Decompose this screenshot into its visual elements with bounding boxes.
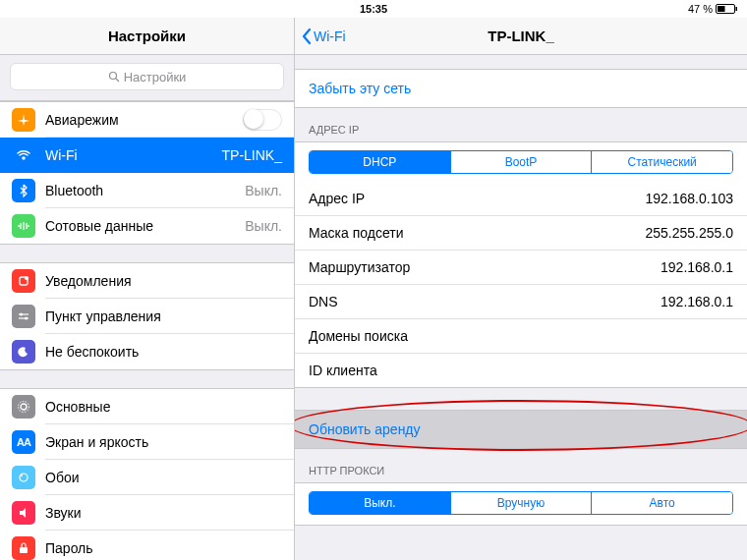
sidebar-item-wifi[interactable]: Wi-Fi TP-LINK_ [0, 138, 294, 173]
sound-icon [12, 501, 35, 525]
sidebar-item-label: Пункт управления [45, 308, 161, 324]
sidebar-group-general: Основные AA Экран и яркость [0, 388, 294, 560]
sidebar-item-label: Экран и яркость [45, 434, 148, 450]
svg-point-3 [109, 73, 116, 80]
svg-point-14 [21, 475, 23, 476]
field-client-id[interactable]: ID клиента [295, 354, 747, 387]
svg-point-13 [20, 474, 28, 481]
ip-config-segmented: DHCP BootP Статический [309, 150, 733, 174]
renew-lease-button[interactable]: Обновить аренду [295, 410, 747, 449]
forget-network-button[interactable]: Забыть эту сеть [295, 69, 747, 108]
sidebar-item-general[interactable]: Основные [0, 389, 294, 424]
field-ip-address[interactable]: Адрес IP 192.168.0.103 [295, 182, 747, 216]
field-dns[interactable]: DNS 192.168.0.1 [295, 285, 747, 319]
sidebar-title: Настройки [108, 28, 186, 44]
seg-proxy-auto[interactable]: Авто [592, 492, 732, 514]
field-subnet-mask[interactable]: Маска подсети 255.255.255.0 [295, 216, 747, 251]
sidebar-item-label: Wi-Fi [45, 147, 78, 163]
sidebar-scroll[interactable]: Авиарежим Wi-Fi TP-LINK_ [0, 101, 294, 560]
sidebar-item-passcode[interactable]: Пароль [0, 531, 294, 560]
proxy-segmented: Выкл. Вручную Авто [309, 491, 733, 515]
sidebar-item-airplane[interactable]: Авиарежим [0, 102, 294, 138]
battery-icon [716, 4, 737, 14]
sidebar-item-dnd[interactable]: Не беспокоить [0, 334, 294, 369]
detail-scroll[interactable]: Забыть эту сеть АДРЕС IP DHCP BootP Стат… [295, 55, 747, 560]
seg-proxy-off[interactable]: Выкл. [310, 492, 451, 514]
display-icon: AA [12, 430, 35, 454]
search-icon [108, 71, 120, 83]
svg-rect-1 [736, 7, 738, 11]
control-center-icon [12, 305, 35, 328]
search-container: Настройки [0, 55, 294, 101]
seg-dhcp[interactable]: DHCP [310, 151, 451, 173]
status-bar: 15:35 47 % [0, 0, 747, 18]
sidebar-item-value: Выкл. [245, 183, 282, 198]
seg-bootp[interactable]: BootP [451, 151, 593, 173]
gear-icon [12, 395, 35, 419]
sidebar-group-connectivity: Авиарежим Wi-Fi TP-LINK_ [0, 101, 294, 245]
ip-fields-group: Адрес IP 192.168.0.103 Маска подсети 255… [295, 182, 747, 388]
chevron-left-icon [301, 28, 312, 45]
sidebar-item-wallpaper[interactable]: Обои [0, 460, 294, 495]
svg-rect-2 [718, 6, 725, 12]
sidebar-item-label: Основные [45, 399, 110, 415]
svg-point-11 [21, 404, 27, 410]
bluetooth-icon [12, 179, 35, 202]
sidebar-navbar: Настройки [0, 18, 294, 55]
dnd-icon [12, 340, 35, 364]
proxy-segmented-container: Выкл. Вручную Авто [295, 482, 747, 526]
sidebar-item-label: Сотовые данные [45, 218, 153, 234]
passcode-icon [12, 536, 35, 560]
wifi-icon [12, 143, 35, 167]
sidebar-item-label: Пароль [45, 540, 93, 556]
seg-static[interactable]: Статический [592, 151, 732, 173]
sidebar-item-label: Обои [45, 470, 80, 485]
sidebar-item-value: TP-LINK_ [222, 147, 282, 163]
sidebar-item-notifications[interactable]: Уведомления [0, 263, 294, 299]
sidebar-item-controlcenter[interactable]: Пункт управления [0, 299, 294, 334]
ip-segmented-container: DHCP BootP Статический [295, 141, 747, 182]
section-header-ip: АДРЕС IP [295, 108, 747, 141]
section-header-proxy: HTTP ПРОКСИ [295, 449, 747, 482]
seg-proxy-manual[interactable]: Вручную [451, 492, 593, 514]
svg-rect-15 [20, 547, 28, 553]
sidebar-item-cellular[interactable]: Сотовые данные Выкл. [0, 208, 294, 244]
airplane-switch[interactable] [243, 109, 282, 131]
sidebar-item-value: Выкл. [245, 218, 282, 234]
wallpaper-icon [12, 466, 35, 489]
back-button[interactable]: Wi-Fi [301, 28, 346, 45]
sidebar-item-bluetooth[interactable]: Bluetooth Выкл. [0, 173, 294, 208]
sidebar-group-notifications: Уведомления Пункт управления [0, 262, 294, 370]
detail-pane: Wi-Fi TP-LINK_ Забыть эту сеть АДРЕС IP … [295, 18, 747, 560]
status-time: 15:35 [360, 3, 387, 15]
notifications-icon [12, 269, 35, 293]
sidebar-item-label: Звуки [45, 505, 82, 521]
search-input[interactable]: Настройки [10, 63, 284, 90]
airplane-icon [12, 108, 35, 132]
cellular-icon [12, 214, 35, 238]
svg-line-4 [116, 79, 119, 82]
detail-title: TP-LINK_ [488, 28, 554, 44]
sidebar-item-label: Bluetooth [45, 183, 103, 198]
field-search-domains[interactable]: Домены поиска [295, 319, 747, 354]
svg-point-12 [19, 402, 29, 413]
status-battery: 47 % [688, 3, 737, 15]
sidebar-item-label: Не беспокоить [45, 344, 139, 360]
svg-point-6 [25, 276, 29, 280]
detail-navbar: Wi-Fi TP-LINK_ [295, 18, 747, 55]
field-router[interactable]: Маршрутизатор 192.168.0.1 [295, 251, 747, 285]
sidebar-item-sounds[interactable]: Звуки [0, 495, 294, 531]
sidebar-item-display[interactable]: AA Экран и яркость [0, 424, 294, 460]
sidebar-item-label: Уведомления [45, 273, 132, 289]
sidebar-item-label: Авиарежим [45, 112, 119, 128]
settings-sidebar: Настройки Настройки [0, 18, 295, 560]
